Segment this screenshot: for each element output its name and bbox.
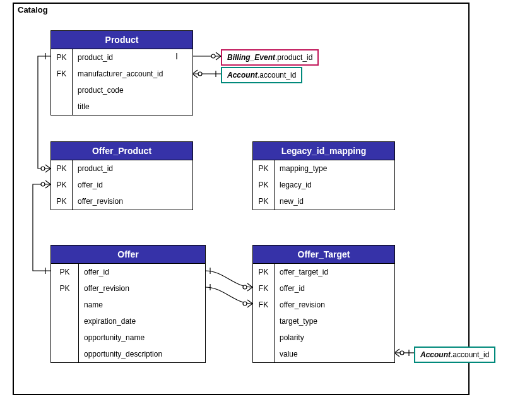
attr-label: offer_revision <box>275 297 394 313</box>
attr-label: offer_id <box>79 264 205 280</box>
key-label: PK <box>51 160 72 177</box>
entity-offer-target: Offer_Target PK FK FK offer_target_id of… <box>252 245 395 363</box>
attr-label: product_id <box>73 49 192 66</box>
catalog-label: Catalog <box>18 5 48 15</box>
key-label <box>51 329 78 346</box>
entity-legacy-id-mapping-title: Legacy_id_mapping <box>253 142 394 160</box>
key-label: PK <box>51 49 72 66</box>
entity-offer-title: Offer <box>51 246 205 264</box>
entity-offer-product-title: Offer_Product <box>51 142 192 160</box>
key-label: PK <box>253 193 274 210</box>
key-label <box>51 82 72 98</box>
attr-label: offer_id <box>275 280 394 297</box>
attr-label: offer_id <box>73 177 192 193</box>
attr-label: manufacturer_account_id <box>73 66 192 82</box>
attr-label: legacy_id <box>275 177 394 193</box>
attr-label: opportunity_name <box>79 329 205 346</box>
key-label: FK <box>253 280 274 297</box>
key-label: PK <box>253 160 274 177</box>
ref-account-2: Account.account_id <box>414 347 495 363</box>
attr-label: mapping_type <box>275 160 394 177</box>
attr-label: name <box>79 297 205 313</box>
ref-table: Account <box>420 350 451 359</box>
attr-label: product_code <box>73 82 192 98</box>
key-label: PK <box>253 177 274 193</box>
key-label: FK <box>51 66 72 82</box>
entity-product: Product PK FK product_id manufacturer_ac… <box>50 30 193 116</box>
key-label: PK <box>51 193 72 210</box>
attr-label: new_id <box>275 193 394 210</box>
key-label <box>253 346 274 362</box>
key-label <box>51 297 78 313</box>
attr-label: opportunity_description <box>79 346 205 362</box>
entity-offer-target-title: Offer_Target <box>253 246 394 264</box>
attr-label: offer_revision <box>79 280 205 297</box>
attr-label: title <box>73 98 192 115</box>
key-label <box>253 313 274 329</box>
entity-offer: Offer PK PK offer_id offer_revision name… <box>50 245 206 363</box>
entity-legacy-id-mapping: Legacy_id_mapping PK PK PK mapping_type … <box>252 141 395 210</box>
attr-label: expiration_date <box>79 313 205 329</box>
key-label <box>51 313 78 329</box>
ref-billing-event: Billing_Event.product_id <box>221 49 319 66</box>
attr-label: target_type <box>275 313 394 329</box>
attr-label: value <box>275 346 394 362</box>
ref-table: Account <box>227 71 257 80</box>
key-label: PK <box>51 264 78 280</box>
ref-table: Billing_Event <box>227 53 275 62</box>
attr-label: offer_target_id <box>275 264 394 280</box>
ref-col: .account_id <box>257 71 296 80</box>
attr-label: offer_revision <box>73 193 192 210</box>
entity-product-title: Product <box>51 31 192 49</box>
key-label: FK <box>253 297 274 313</box>
key-label <box>51 98 72 115</box>
ref-col: .product_id <box>275 53 312 62</box>
entity-offer-product: Offer_Product PK PK PK product_id offer_… <box>50 141 193 210</box>
attr-label: polarity <box>275 329 394 346</box>
ref-col: .account_id <box>451 350 489 359</box>
key-label: PK <box>253 264 274 280</box>
key-label <box>51 346 78 362</box>
ref-account-1: Account.account_id <box>221 67 302 83</box>
key-label: PK <box>51 280 78 297</box>
key-label: PK <box>51 177 72 193</box>
key-label <box>253 329 274 346</box>
attr-label: product_id <box>73 160 192 177</box>
